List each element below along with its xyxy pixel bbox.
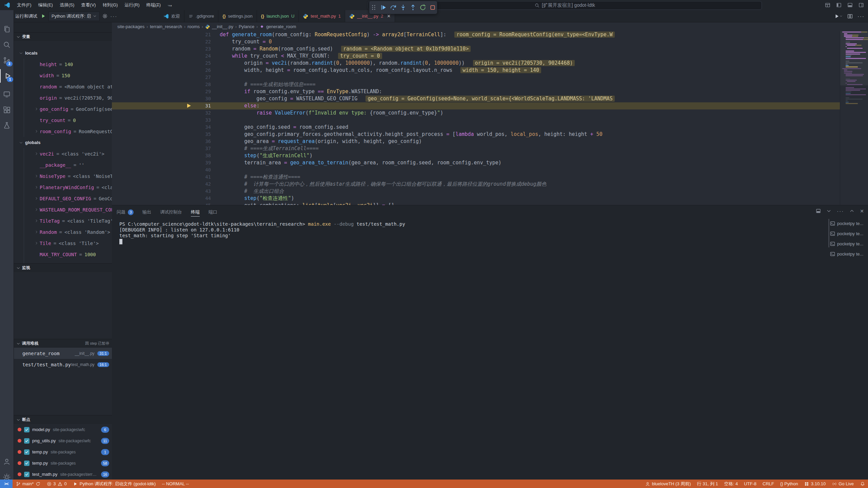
breadcrumb-item[interactable]: rooms	[188, 24, 200, 29]
breakpoint-checkbox[interactable]	[24, 449, 29, 455]
code-line[interactable]: 23 random = Random(room_config.seed)rand…	[112, 45, 840, 53]
status-item[interactable]: 空格: 4	[721, 480, 741, 488]
breakpoint-row[interactable]: temp.pysite-packages58	[14, 458, 112, 469]
code-line[interactable]: 24 while try_count < MAX_TRY_COUNT:try_c…	[112, 53, 840, 60]
toggle-secondary-sidebar-icon[interactable]	[859, 2, 864, 8]
maximize-panel-icon[interactable]	[849, 208, 854, 214]
activity-source-control[interactable]: 3	[0, 54, 14, 67]
variable-row[interactable]: WASTELAND_ROOM_REQUEST_CONFIG=RoomR...	[24, 204, 112, 215]
breakpoint-row[interactable]: png_utils.pysite-packages\wfc11	[14, 435, 112, 446]
chevron-down-icon[interactable]	[826, 208, 831, 214]
variable-row[interactable]: height=140	[24, 59, 112, 70]
breadcrumb-item[interactable]: __init__.py	[212, 24, 233, 29]
status-item[interactable]: 3.10.10	[801, 480, 829, 488]
code-line[interactable]: 34 geo_config.seed = room_config.seed	[112, 124, 840, 131]
status-item[interactable]: {} Python	[777, 480, 801, 488]
code-line[interactable]: 29 if room_config.env_type == EnvType.WA…	[112, 88, 840, 95]
debug-step-out-button[interactable]	[410, 4, 416, 11]
activity-search[interactable]	[0, 38, 14, 52]
code-line[interactable]: 28 # ====生成初始地理信息====	[112, 81, 840, 88]
variable-row[interactable]: TileTag=<class 'TileTag'>	[24, 215, 112, 226]
variable-row[interactable]: __package__=''	[24, 159, 112, 170]
panel-tab-调试控制台[interactable]: 调试控制台	[160, 205, 182, 219]
tab-欢迎[interactable]: 欢迎	[159, 10, 184, 22]
panel-tab-输出[interactable]: 输出	[142, 205, 151, 219]
terminal-instance[interactable]: pocketpy te...	[830, 249, 868, 259]
terminal-instance[interactable]: pocketpy te...	[830, 239, 868, 249]
terminal-instance[interactable]: pocketpy te...	[830, 228, 868, 239]
debug-step-into-button[interactable]	[400, 4, 407, 11]
breadcrumb-item[interactable]: site-packages	[117, 24, 144, 29]
run-python-file-button[interactable]	[834, 14, 843, 19]
code-line[interactable]: 27	[112, 74, 840, 81]
menu-item[interactable]: 文件(F)	[14, 0, 35, 10]
code-line[interactable]: 40	[112, 166, 840, 174]
debug-continue-button[interactable]	[380, 4, 387, 11]
activity-extensions[interactable]	[0, 103, 14, 117]
code-line[interactable]: 32 raise ValueError(f"Invalid env type: …	[112, 109, 840, 117]
code-line[interactable]: 26 width, height = room_config.layout.n_…	[112, 67, 840, 74]
debug-step-over-button[interactable]	[390, 4, 397, 11]
variable-row[interactable]: room_config=RoomRequestConfig(env_t...	[24, 126, 112, 137]
menu-item[interactable]: 运行(R)	[121, 0, 143, 10]
status-item[interactable]: Python 调试程序: 启动文件 (godot-ldtk)	[70, 480, 159, 488]
variables-section-header[interactable]: 变量	[14, 32, 112, 41]
variable-group-locals[interactable]: locals	[14, 47, 112, 59]
code-line[interactable]: 44 step("检查连通性")	[112, 195, 840, 202]
activity-testing[interactable]	[0, 119, 14, 132]
code-line[interactable]: 42 # 计算每一个出口的中心，然后使用astar生成路径，确保每一个出口组合都…	[112, 181, 840, 188]
watch-section-header[interactable]: 监视	[14, 263, 112, 272]
debug-stop-button[interactable]	[429, 4, 436, 11]
code-line[interactable]: 25 origin = vec2i(random.randint(0, 1000…	[112, 60, 840, 67]
variable-row[interactable]: geo_config=GeoConfig(seed=None, wor...	[24, 103, 112, 115]
terminal-instance[interactable]: pocketpy te...	[830, 218, 868, 228]
breakpoint-checkbox[interactable]	[24, 427, 29, 432]
variable-row[interactable]: Tile=<class 'Tile'>	[24, 238, 112, 249]
variable-row[interactable]: origin=vec2i(7205730, 9024468)	[24, 92, 112, 103]
status-item[interactable]: 行 31, 列 1	[694, 480, 721, 488]
minimap-slider[interactable]	[840, 31, 868, 85]
code-line[interactable]: 38 step("生成TerrainCell")	[112, 152, 840, 159]
customize-layout-icon[interactable]	[825, 2, 830, 8]
activity-remote-explorer[interactable]	[0, 87, 14, 101]
breakpoint-checkbox[interactable]	[24, 472, 29, 477]
breakpoint-row[interactable]: test_math.pysite-packages\terrain_res...…	[14, 469, 112, 480]
code-line[interactable]: 39 terrain_area = geo_area_to_terrain(ge…	[112, 159, 840, 166]
panel-tab-端口[interactable]: 端口	[209, 205, 217, 219]
variable-row[interactable]: step=<function step at 0x1bf8d716d...	[24, 260, 112, 263]
remote-indicator[interactable]: ><	[0, 480, 13, 488]
variable-row[interactable]: width=150	[24, 70, 112, 81]
more-actions-icon[interactable]: ···	[857, 13, 865, 19]
breadcrumb[interactable]: site-packages›terrain_research›rooms›__i…	[112, 22, 868, 31]
start-debug-button[interactable]	[41, 14, 46, 19]
code-area[interactable]: 21def generate_room(room_config: RoomReq…	[112, 31, 840, 205]
code-line[interactable]: 33	[112, 117, 840, 124]
activity-explorer[interactable]	[0, 22, 14, 36]
debug-config-dropdown[interactable]: Python 调试程序: 启	[48, 12, 100, 21]
variable-row[interactable]: DEFAULT_GEO_CONFIG=GeoConfig(seed=1...	[24, 193, 112, 204]
activity-accounts[interactable]	[0, 455, 14, 468]
variable-row[interactable]: NoiseType=<class 'NoiseType'>	[24, 170, 112, 182]
variable-group-globals[interactable]: globals	[14, 137, 112, 148]
variable-row[interactable]: Random=<class 'Random'>	[24, 226, 112, 238]
terminal-output[interactable]: PS C:\computer_science\godot-ldtk\site-p…	[119, 221, 827, 476]
gear-icon[interactable]	[102, 14, 107, 19]
toggle-sidebar-icon[interactable]	[836, 2, 842, 8]
code-line[interactable]: 21def generate_room(room_config: RoomReq…	[112, 31, 840, 38]
variable-row[interactable]: try_count=0	[24, 115, 112, 126]
variable-row[interactable]: PlanetaryWindConfig=<class 'Planeta...	[24, 182, 112, 193]
more-actions-icon[interactable]: ···	[837, 208, 844, 214]
callstack-section-header[interactable]: 调用堆栈 因 step 已暂停	[14, 339, 112, 348]
status-item[interactable]: blueloveTH (3 周前)	[642, 480, 694, 488]
code-line[interactable]: 22 try_count = 0	[112, 38, 840, 45]
split-editor-icon[interactable]	[847, 14, 853, 19]
activity-run-debug[interactable]: 1	[0, 69, 14, 83]
toggle-panel-icon[interactable]	[847, 2, 853, 8]
code-line[interactable]: 43 # 生成出口组合	[112, 188, 840, 195]
breakpoint-checkbox[interactable]	[24, 438, 29, 444]
panel-tab-终端[interactable]: 终端	[191, 205, 200, 219]
tab-.gdignore[interactable]: .gdignore	[184, 10, 218, 22]
stack-frame[interactable]: test/test_math.pytest_math.py16:1	[14, 359, 112, 370]
breakpoint-checkbox[interactable]	[24, 461, 29, 466]
breakpoint-row[interactable]: temp.pysite-packages1	[14, 446, 112, 458]
